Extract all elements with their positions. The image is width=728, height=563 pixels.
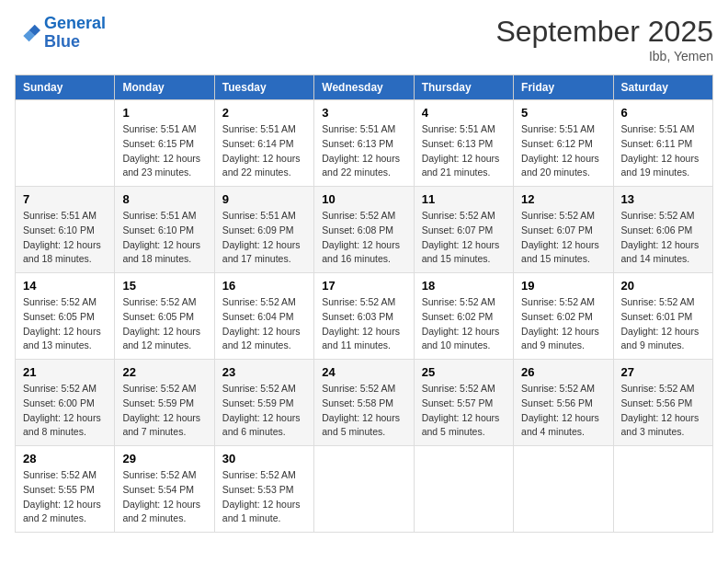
day-number: 8 bbox=[122, 192, 206, 206]
calendar-cell: 5Sunrise: 5:51 AM Sunset: 6:12 PM Daylig… bbox=[514, 100, 613, 187]
weekday-header-cell: Monday bbox=[115, 75, 214, 100]
calendar-cell: 22Sunrise: 5:52 AM Sunset: 5:59 PM Dayli… bbox=[115, 360, 214, 446]
day-info: Sunrise: 5:52 AM Sunset: 6:08 PM Dayligh… bbox=[322, 209, 405, 267]
day-info: Sunrise: 5:52 AM Sunset: 6:02 PM Dayligh… bbox=[521, 295, 605, 353]
day-number: 27 bbox=[621, 365, 705, 379]
calendar-cell: 1Sunrise: 5:51 AM Sunset: 6:15 PM Daylig… bbox=[115, 100, 214, 187]
day-info: Sunrise: 5:52 AM Sunset: 6:07 PM Dayligh… bbox=[422, 209, 506, 267]
day-number: 2 bbox=[222, 106, 306, 120]
day-number: 11 bbox=[422, 192, 506, 206]
calendar-cell: 24Sunrise: 5:52 AM Sunset: 5:58 PM Dayli… bbox=[314, 360, 414, 446]
calendar-cell: 15Sunrise: 5:52 AM Sunset: 6:05 PM Dayli… bbox=[115, 273, 214, 360]
calendar-cell: 16Sunrise: 5:52 AM Sunset: 6:04 PM Dayli… bbox=[214, 273, 313, 360]
day-info: Sunrise: 5:52 AM Sunset: 6:05 PM Dayligh… bbox=[122, 295, 206, 353]
day-info: Sunrise: 5:52 AM Sunset: 5:57 PM Dayligh… bbox=[422, 382, 506, 440]
day-info: Sunrise: 5:51 AM Sunset: 6:13 PM Dayligh… bbox=[322, 122, 405, 180]
day-number: 12 bbox=[521, 192, 605, 206]
location: Ibb, Yemen bbox=[495, 49, 713, 63]
day-info: Sunrise: 5:51 AM Sunset: 6:10 PM Dayligh… bbox=[23, 209, 107, 267]
day-number: 29 bbox=[122, 452, 206, 465]
day-info: Sunrise: 5:52 AM Sunset: 6:01 PM Dayligh… bbox=[621, 295, 705, 353]
day-info: Sunrise: 5:51 AM Sunset: 6:15 PM Dayligh… bbox=[122, 122, 206, 180]
calendar-cell: 23Sunrise: 5:52 AM Sunset: 5:59 PM Dayli… bbox=[214, 360, 313, 446]
day-info: Sunrise: 5:51 AM Sunset: 6:13 PM Dayligh… bbox=[422, 122, 506, 180]
calendar-cell: 21Sunrise: 5:52 AM Sunset: 6:00 PM Dayli… bbox=[16, 360, 115, 446]
day-number: 10 bbox=[322, 192, 405, 206]
day-number: 3 bbox=[322, 106, 405, 120]
calendar-cell: 29Sunrise: 5:52 AM Sunset: 5:54 PM Dayli… bbox=[115, 446, 214, 533]
day-number: 26 bbox=[521, 365, 605, 379]
day-info: Sunrise: 5:52 AM Sunset: 6:04 PM Dayligh… bbox=[222, 295, 306, 353]
title-block: September 2025 Ibb, Yemen bbox=[495, 15, 713, 63]
day-info: Sunrise: 5:52 AM Sunset: 6:02 PM Dayligh… bbox=[422, 295, 506, 353]
weekday-header-cell: Thursday bbox=[414, 75, 513, 100]
weekday-header-cell: Sunday bbox=[16, 75, 115, 100]
calendar-cell: 8Sunrise: 5:51 AM Sunset: 6:10 PM Daylig… bbox=[115, 187, 214, 273]
day-info: Sunrise: 5:52 AM Sunset: 6:07 PM Dayligh… bbox=[521, 209, 605, 267]
calendar-cell: 10Sunrise: 5:52 AM Sunset: 6:08 PM Dayli… bbox=[314, 187, 414, 273]
calendar-cell bbox=[514, 446, 613, 533]
calendar-week-row: 1Sunrise: 5:51 AM Sunset: 6:15 PM Daylig… bbox=[16, 100, 713, 187]
day-info: Sunrise: 5:51 AM Sunset: 6:12 PM Dayligh… bbox=[521, 122, 605, 180]
calendar-cell: 17Sunrise: 5:52 AM Sunset: 6:03 PM Dayli… bbox=[314, 273, 414, 360]
logo-icon bbox=[15, 20, 40, 46]
calendar-cell: 26Sunrise: 5:52 AM Sunset: 5:56 PM Dayli… bbox=[514, 360, 613, 446]
calendar-cell: 27Sunrise: 5:52 AM Sunset: 5:56 PM Dayli… bbox=[613, 360, 712, 446]
day-info: Sunrise: 5:52 AM Sunset: 5:53 PM Dayligh… bbox=[222, 468, 306, 526]
weekday-header-cell: Friday bbox=[514, 75, 613, 100]
logo-line1: General bbox=[44, 14, 106, 32]
calendar-cell: 12Sunrise: 5:52 AM Sunset: 6:07 PM Dayli… bbox=[514, 187, 613, 273]
day-number: 24 bbox=[322, 365, 405, 379]
calendar-cell: 18Sunrise: 5:52 AM Sunset: 6:02 PM Dayli… bbox=[414, 273, 513, 360]
calendar-cell bbox=[613, 446, 712, 533]
day-number: 30 bbox=[222, 452, 306, 465]
day-number: 20 bbox=[621, 279, 705, 293]
day-info: Sunrise: 5:52 AM Sunset: 5:56 PM Dayligh… bbox=[621, 382, 705, 440]
day-number: 5 bbox=[521, 106, 605, 120]
calendar-cell: 20Sunrise: 5:52 AM Sunset: 6:01 PM Dayli… bbox=[613, 273, 712, 360]
day-info: Sunrise: 5:51 AM Sunset: 6:09 PM Dayligh… bbox=[222, 209, 306, 267]
day-info: Sunrise: 5:52 AM Sunset: 6:03 PM Dayligh… bbox=[322, 295, 405, 353]
calendar-cell: 13Sunrise: 5:52 AM Sunset: 6:06 PM Dayli… bbox=[613, 187, 712, 273]
day-number: 13 bbox=[621, 192, 705, 206]
calendar-cell: 4Sunrise: 5:51 AM Sunset: 6:13 PM Daylig… bbox=[414, 100, 513, 187]
calendar-cell bbox=[314, 446, 414, 533]
day-number: 9 bbox=[222, 192, 306, 206]
calendar-table: SundayMondayTuesdayWednesdayThursdayFrid… bbox=[15, 75, 713, 533]
calendar-cell: 9Sunrise: 5:51 AM Sunset: 6:09 PM Daylig… bbox=[214, 187, 313, 273]
calendar-cell: 14Sunrise: 5:52 AM Sunset: 6:05 PM Dayli… bbox=[16, 273, 115, 360]
day-number: 28 bbox=[23, 452, 107, 465]
calendar-cell: 3Sunrise: 5:51 AM Sunset: 6:13 PM Daylig… bbox=[314, 100, 414, 187]
weekday-header-row: SundayMondayTuesdayWednesdayThursdayFrid… bbox=[16, 75, 713, 100]
calendar-cell: 25Sunrise: 5:52 AM Sunset: 5:57 PM Dayli… bbox=[414, 360, 513, 446]
calendar-cell: 28Sunrise: 5:52 AM Sunset: 5:55 PM Dayli… bbox=[16, 446, 115, 533]
day-info: Sunrise: 5:51 AM Sunset: 6:14 PM Dayligh… bbox=[222, 122, 306, 180]
month-title: September 2025 bbox=[495, 15, 713, 49]
weekday-header-cell: Saturday bbox=[613, 75, 712, 100]
calendar-cell: 11Sunrise: 5:52 AM Sunset: 6:07 PM Dayli… bbox=[414, 187, 513, 273]
day-info: Sunrise: 5:52 AM Sunset: 5:55 PM Dayligh… bbox=[23, 468, 107, 526]
day-number: 22 bbox=[122, 365, 206, 379]
logo-line2: Blue bbox=[44, 32, 80, 51]
day-info: Sunrise: 5:52 AM Sunset: 6:00 PM Dayligh… bbox=[23, 382, 107, 440]
day-number: 19 bbox=[521, 279, 605, 293]
day-number: 16 bbox=[222, 279, 306, 293]
day-info: Sunrise: 5:52 AM Sunset: 6:05 PM Dayligh… bbox=[23, 295, 107, 353]
day-info: Sunrise: 5:52 AM Sunset: 5:54 PM Dayligh… bbox=[122, 468, 206, 526]
calendar-week-row: 14Sunrise: 5:52 AM Sunset: 6:05 PM Dayli… bbox=[16, 273, 713, 360]
day-info: Sunrise: 5:52 AM Sunset: 5:56 PM Dayligh… bbox=[521, 382, 605, 440]
calendar-body: 1Sunrise: 5:51 AM Sunset: 6:15 PM Daylig… bbox=[16, 100, 713, 533]
calendar-cell: 2Sunrise: 5:51 AM Sunset: 6:14 PM Daylig… bbox=[214, 100, 313, 187]
weekday-header-cell: Tuesday bbox=[214, 75, 313, 100]
calendar-cell: 19Sunrise: 5:52 AM Sunset: 6:02 PM Dayli… bbox=[514, 273, 613, 360]
day-info: Sunrise: 5:52 AM Sunset: 6:06 PM Dayligh… bbox=[621, 209, 705, 267]
calendar-cell bbox=[16, 100, 115, 187]
calendar-week-row: 7Sunrise: 5:51 AM Sunset: 6:10 PM Daylig… bbox=[16, 187, 713, 273]
day-number: 14 bbox=[23, 279, 107, 293]
day-number: 7 bbox=[23, 192, 107, 206]
day-number: 15 bbox=[122, 279, 206, 293]
logo-text: General Blue bbox=[44, 15, 106, 52]
day-info: Sunrise: 5:51 AM Sunset: 6:10 PM Dayligh… bbox=[122, 209, 206, 267]
day-number: 6 bbox=[621, 106, 705, 120]
logo: General Blue bbox=[15, 15, 106, 52]
